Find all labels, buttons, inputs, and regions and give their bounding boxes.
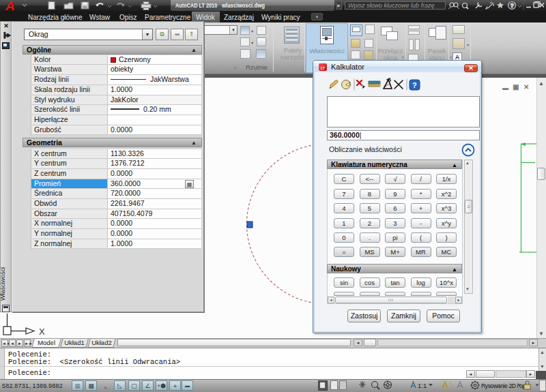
svg-text:1:1: 1:1 — [418, 382, 427, 389]
svg-text:?: ? — [412, 81, 417, 89]
svg-text:?: ? — [511, 2, 515, 9]
svg-text:Rysowanie 2D i opis: Rysowanie 2D i opis — [481, 382, 529, 389]
svg-text:X: X — [39, 327, 45, 337]
